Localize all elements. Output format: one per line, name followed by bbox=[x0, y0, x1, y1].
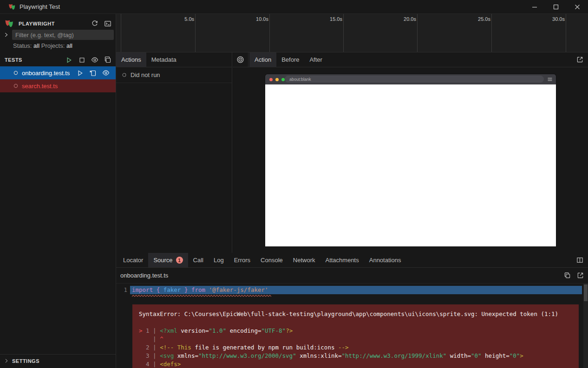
projects-label: Projects: bbox=[41, 42, 65, 49]
source-viewer: 1 import { faker } from '@faker-js/faker… bbox=[116, 284, 588, 368]
timeline-tick: 20.0s bbox=[417, 14, 418, 52]
status-value[interactable]: all bbox=[33, 42, 39, 49]
settings-header-label: SETTINGS bbox=[12, 358, 39, 364]
status-filter-row: Status: all Projects: all bbox=[13, 42, 72, 49]
stop-icon[interactable] bbox=[77, 55, 87, 65]
terminal-icon[interactable] bbox=[103, 19, 113, 29]
timeline-tick-label: 20.0s bbox=[404, 16, 416, 22]
timeline-tick: 25.0s bbox=[491, 14, 492, 52]
tab-network[interactable]: Network bbox=[288, 253, 320, 267]
timeline[interactable]: 5.0s 10.0s 15.0s 20.0s 25.0s 30.0s bbox=[116, 14, 588, 52]
playwright-logo-icon bbox=[8, 3, 16, 11]
timeline-tick: 5.0s bbox=[195, 14, 196, 52]
tab-actions[interactable]: Actions bbox=[116, 52, 146, 67]
error-frame-caret: | ^ bbox=[139, 335, 572, 343]
timeline-tick-label: 15.0s bbox=[330, 16, 342, 22]
not-run-status-icon bbox=[122, 72, 127, 77]
titlebar: Playwright Test bbox=[0, 0, 588, 14]
show-source-icon[interactable] bbox=[88, 68, 98, 78]
close-button[interactable] bbox=[567, 0, 588, 14]
minimize-button[interactable] bbox=[524, 0, 545, 14]
syntax-error-box: SyntaxError: C:\Courses\EpicWeb\full-sta… bbox=[132, 304, 579, 368]
status-label: Status: bbox=[13, 42, 32, 49]
tab-after[interactable]: After bbox=[304, 52, 327, 67]
browser-maximize-dot-icon bbox=[281, 78, 285, 81]
open-snapshot-external-icon[interactable] bbox=[572, 52, 588, 67]
copy-icon[interactable] bbox=[562, 271, 572, 281]
source-scrollbar[interactable] bbox=[583, 284, 588, 368]
filter-row bbox=[0, 29, 116, 40]
source-line-1: 1 import { faker } from '@faker-js/faker… bbox=[116, 286, 588, 294]
browser-close-dot-icon bbox=[269, 78, 273, 81]
settings-section-header[interactable]: SETTINGS bbox=[0, 354, 116, 367]
source-code-line: import { faker } from '@faker-js/faker' bbox=[130, 286, 582, 294]
tab-annotations[interactable]: Annotations bbox=[364, 253, 406, 267]
timeline-tick-label: 25.0s bbox=[478, 16, 490, 22]
line-number: 1 bbox=[116, 286, 130, 294]
error-frame-line-4: 4 | <defs> bbox=[139, 360, 572, 368]
actions-tabbar: Actions Metadata bbox=[116, 52, 232, 67]
tab-call[interactable]: Call bbox=[188, 253, 209, 267]
pick-locator-icon[interactable] bbox=[233, 52, 248, 67]
scrollbar-thumb[interactable] bbox=[584, 284, 588, 301]
tab-before[interactable]: Before bbox=[276, 52, 304, 67]
tab-locator[interactable]: Locator bbox=[118, 253, 148, 267]
test-row-search[interactable]: search.test.ts bbox=[0, 79, 116, 92]
window-title: Playwright Test bbox=[20, 3, 60, 10]
test-status-icon bbox=[13, 70, 19, 76]
timeline-tick: 10.0s bbox=[269, 14, 270, 52]
tab-attachments[interactable]: Attachments bbox=[320, 253, 364, 267]
did-not-run-row: Did not run bbox=[116, 67, 232, 83]
tab-errors[interactable]: Errors bbox=[229, 253, 255, 267]
test-file-name: search.test.ts bbox=[22, 83, 116, 90]
test-row-onboarding[interactable]: onboarding.test.ts bbox=[0, 66, 116, 79]
timeline-tick-label: 30.0s bbox=[552, 16, 565, 22]
bottom-panel: Locator Source 1 Call Log Errors Console… bbox=[116, 253, 588, 368]
error-frame-line-3: 3 | <svg xmlns="http://www.w3.org/2000/s… bbox=[139, 352, 572, 360]
timeline-tick: 15.0s bbox=[343, 14, 344, 52]
timeline-tick-label: 5.0s bbox=[184, 16, 194, 22]
browser-minimize-dot-icon bbox=[275, 78, 279, 81]
browser-address-bar: about:blank bbox=[285, 76, 544, 83]
chevron-right-icon bbox=[0, 358, 12, 364]
filter-input[interactable] bbox=[12, 30, 114, 40]
tab-log[interactable]: Log bbox=[209, 253, 229, 267]
browser-url: about:blank bbox=[289, 77, 311, 82]
error-message: SyntaxError: C:\Courses\EpicWeb\full-sta… bbox=[139, 310, 572, 318]
timeline-tick: 30.0s bbox=[566, 14, 566, 52]
maximize-button[interactable] bbox=[545, 0, 567, 14]
tab-metadata[interactable]: Metadata bbox=[146, 52, 182, 67]
snapshot-page[interactable] bbox=[265, 84, 556, 246]
chevron-right-icon[interactable] bbox=[0, 32, 12, 38]
tab-action[interactable]: Action bbox=[249, 52, 276, 67]
tests-section-header: TESTS bbox=[0, 53, 116, 66]
tab-source[interactable]: Source 1 bbox=[148, 253, 188, 267]
error-frame-line-2: 2 | <!-- This file is generated by npm r… bbox=[139, 343, 572, 352]
did-not-run-label: Did not run bbox=[131, 71, 160, 78]
split-view-icon[interactable] bbox=[572, 253, 588, 267]
collapse-all-icon[interactable] bbox=[103, 55, 113, 65]
watch-test-icon[interactable] bbox=[101, 68, 111, 78]
reload-tests-icon[interactable] bbox=[90, 19, 100, 29]
test-status-icon bbox=[13, 83, 19, 89]
timeline-tick-label: 10.0s bbox=[256, 16, 268, 22]
run-all-icon[interactable] bbox=[64, 55, 74, 65]
test-file-name: onboarding.test.ts bbox=[22, 70, 75, 77]
snapshot-tabbar: Action Before After bbox=[233, 52, 588, 67]
tests-header-label: TESTS bbox=[5, 57, 22, 63]
snapshot-panel: Action Before After about:blank bbox=[233, 52, 588, 253]
timeline-tick bbox=[121, 14, 121, 52]
tab-console[interactable]: Console bbox=[255, 253, 288, 267]
watch-all-icon[interactable] bbox=[90, 55, 100, 65]
projects-value[interactable]: all bbox=[66, 42, 72, 49]
bottom-tabbar: Locator Source 1 Call Log Errors Console… bbox=[116, 253, 588, 268]
source-error-badge: 1 bbox=[176, 257, 183, 264]
open-source-external-icon[interactable] bbox=[575, 271, 585, 281]
source-filename: onboarding.test.ts bbox=[120, 272, 168, 279]
error-squiggle bbox=[132, 295, 271, 297]
run-test-icon[interactable] bbox=[75, 68, 85, 78]
tab-source-label: Source bbox=[153, 257, 172, 264]
sidebar-header: PLAYWRIGHT bbox=[0, 17, 116, 31]
window-controls bbox=[524, 0, 588, 14]
sidebar: PLAYWRIGHT Status: all Projects: all TES… bbox=[0, 14, 116, 368]
